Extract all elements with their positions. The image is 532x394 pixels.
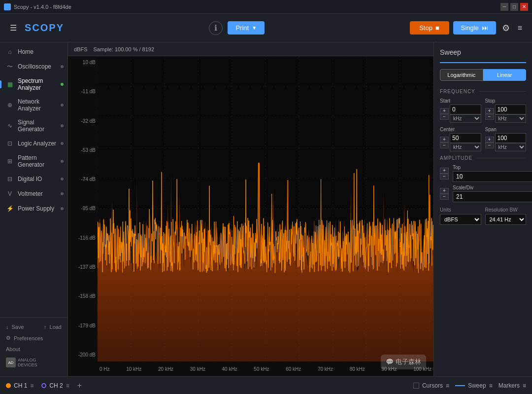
pattern-icon: ⊞: [6, 157, 14, 165]
scale-increment-button[interactable]: +: [440, 188, 449, 194]
y-axis: 10 dB -11 dB -32 dB -53 dB -74 dB -95 dB…: [68, 56, 98, 361]
chart-container: 10 dB -11 dB -32 dB -53 dB -74 dB -95 dB…: [68, 56, 433, 376]
center-control: Center + − kHz: [440, 127, 481, 151]
sidebar-item-pattern[interactable]: ⊞ Pattern Generator: [0, 151, 67, 172]
start-unit-select[interactable]: kHz: [450, 114, 481, 123]
sidebar-about[interactable]: About: [0, 344, 67, 355]
sidebar-item-network[interactable]: ⊕ Network Analyzer: [0, 95, 67, 115]
cursors-label: Cursors: [422, 382, 443, 389]
top-increment-button[interactable]: +: [440, 168, 449, 174]
sidebar-item-logic[interactable]: ⊡ Logic Analyzer: [0, 136, 67, 151]
scale-decrement-button[interactable]: −: [440, 194, 449, 200]
res-bw-select[interactable]: 24.41 Hz: [485, 214, 527, 225]
ch1-dot: [6, 383, 11, 388]
sidebar-item-spectrum[interactable]: ▦ Spectrum Analyzer: [0, 74, 67, 95]
center-value-input[interactable]: [450, 133, 481, 143]
print-button[interactable]: Print ▼: [228, 21, 265, 35]
sweep-title: Sweep: [440, 48, 526, 56]
cursors-checkbox[interactable]: [413, 383, 419, 389]
sidebar-item-digital[interactable]: ⊟ Digital IO: [0, 172, 67, 186]
cursors-toggle[interactable]: Cursors ≡: [413, 382, 449, 389]
ch2-menu-icon[interactable]: ≡: [66, 382, 69, 389]
markers-toggle[interactable]: Markers ≡: [499, 382, 526, 389]
channel-2-item[interactable]: CH 2 ≡: [41, 382, 69, 389]
units-label: Units: [440, 207, 481, 213]
minimize-button[interactable]: ─: [500, 3, 508, 11]
titlebar-controls[interactable]: ─ □ ✕: [500, 3, 528, 11]
top-decrement-button[interactable]: −: [440, 174, 449, 179]
analog-text: ANALOGDEVICES: [18, 358, 37, 367]
sidebar-item-signal[interactable]: ∿ Signal Generator: [0, 115, 67, 136]
close-button[interactable]: ✕: [520, 3, 528, 11]
sidebar-item-power[interactable]: ⚡ Power Supply: [0, 201, 67, 216]
sidebar: ⌂ Home 〜 Oscilloscope ▦ Spectrum Analyze…: [0, 42, 68, 376]
maximize-button[interactable]: □: [510, 3, 518, 11]
center-unit-select[interactable]: kHz: [450, 143, 481, 151]
span-unit-select[interactable]: kHz: [495, 143, 527, 151]
load-icon: ↑: [44, 324, 47, 330]
stop-value-input[interactable]: [495, 105, 527, 114]
about-label: About: [6, 346, 20, 352]
ch1-menu-icon[interactable]: ≡: [30, 382, 33, 389]
y-label-1: -11 dB: [70, 89, 96, 94]
active-indicator: [0, 80, 1, 88]
single-button[interactable]: Single ⏭: [453, 21, 496, 35]
stop-row: + − kHz: [485, 105, 527, 123]
right-panel: Sweep Logarithmic Linear FREQUENCY Start…: [433, 42, 532, 376]
y-label-9: -179 dB: [70, 323, 96, 328]
spectrum-status-dot: [61, 83, 64, 86]
settings-button[interactable]: ⚙: [500, 21, 512, 36]
stop-label: Stop: [485, 98, 527, 104]
sidebar-label-power: Power Supply: [18, 205, 54, 212]
x-axis: 0 Hz 10 kHz 20 kHz 30 kHz 40 kHz 50 kHz …: [98, 361, 433, 376]
app: ☰ SCOPY ℹ Print ▼ Stop ■ Single ⏭ ⚙ ≡: [0, 14, 532, 394]
span-decrement-button[interactable]: −: [485, 143, 494, 148]
digital-status-dot: [61, 178, 64, 180]
add-channel-button[interactable]: +: [77, 381, 82, 390]
scale-value-input[interactable]: [453, 191, 532, 202]
logarithmic-mode-button[interactable]: Logarithmic: [440, 69, 483, 81]
top-value-input[interactable]: [453, 171, 532, 182]
span-increment-button[interactable]: +: [485, 137, 494, 143]
sidebar-preferences[interactable]: ⚙ Preferences: [0, 332, 67, 344]
span-value-input[interactable]: [495, 133, 527, 143]
content: ⌂ Home 〜 Oscilloscope ▦ Spectrum Analyze…: [0, 42, 532, 376]
sidebar-save[interactable]: ↓ Save ↑ Load: [0, 322, 67, 332]
menu-button[interactable]: ≡: [516, 22, 524, 35]
channel-1-item[interactable]: CH 1 ≡: [6, 382, 33, 389]
sidebar-label-network: Network Analyzer: [18, 98, 62, 112]
spectrum-canvas: [98, 56, 433, 361]
stop-decrement-button[interactable]: −: [485, 114, 494, 120]
stop-increment-button[interactable]: +: [485, 108, 494, 114]
sidebar-label-voltmeter: Voltmeter: [18, 190, 43, 197]
sweep-menu-icon[interactable]: ≡: [489, 382, 493, 389]
preferences-label: Preferences: [14, 335, 43, 341]
info-button[interactable]: ℹ: [209, 21, 223, 35]
sidebar-label-logic: Logic Analyzer: [18, 140, 56, 147]
center-increment-button[interactable]: +: [440, 137, 449, 143]
sidebar-item-oscilloscope[interactable]: 〜 Oscilloscope: [0, 59, 67, 74]
hamburger-button[interactable]: ☰: [8, 21, 19, 35]
y-label-10: -200 dB: [70, 353, 96, 358]
save-label: Save: [12, 324, 24, 330]
start-stop-controls: Start + − kHz: [440, 98, 526, 123]
linear-mode-button[interactable]: Linear: [483, 69, 527, 81]
bottom-right: Cursors ≡ Sweep ≡ Markers ≡: [413, 382, 526, 389]
sidebar-item-home[interactable]: ⌂ Home: [0, 44, 67, 59]
sweep-toggle[interactable]: Sweep ≡: [455, 382, 493, 389]
x-label-7: 70 kHz: [318, 366, 333, 372]
cursors-menu-icon[interactable]: ≡: [446, 382, 449, 389]
start-increment-button[interactable]: +: [440, 108, 449, 114]
y-label-6: -116 dB: [70, 236, 96, 241]
sidebar-item-voltmeter[interactable]: V Voltmeter: [0, 186, 67, 201]
center-decrement-button[interactable]: −: [440, 143, 449, 148]
res-bw-label: Resolution BW: [485, 207, 527, 213]
start-decrement-button[interactable]: −: [440, 114, 449, 120]
stop-button[interactable]: Stop ■: [410, 21, 449, 35]
units-select[interactable]: dBFS: [440, 214, 481, 225]
start-value-input[interactable]: [450, 105, 481, 114]
markers-menu-icon[interactable]: ≡: [523, 382, 526, 389]
x-label-9: 90 kHz: [381, 366, 397, 372]
stop-unit-select[interactable]: kHz: [495, 114, 527, 123]
top-amplitude-row: + − Top + − Bottom: [440, 165, 526, 182]
